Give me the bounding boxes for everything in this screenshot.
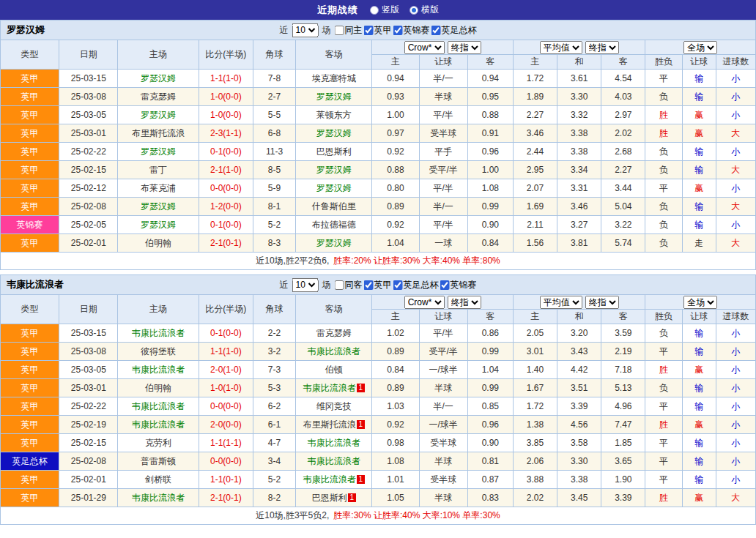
checkbox-input[interactable] (431, 26, 441, 35)
home-team-cell[interactable]: 布里斯托流浪 (118, 124, 199, 143)
layout-radio-option-1[interactable]: 横版 (410, 4, 439, 16)
team-link[interactable]: 罗瑟汉姆 (141, 73, 176, 83)
match-count-select[interactable]: 10 (292, 23, 319, 37)
home-team-cell[interactable]: 彼得堡联 (118, 343, 199, 361)
scope-select[interactable]: 全场 (683, 296, 717, 309)
filter-checkbox-0[interactable]: 同客 (335, 279, 363, 291)
team-link[interactable]: 罗瑟汉姆 (316, 128, 352, 138)
away-team-cell[interactable]: 雷克瑟姆 (296, 324, 372, 343)
team-link[interactable]: 罗瑟汉姆 (141, 110, 176, 120)
team-link[interactable]: 韦康比流浪者 (308, 456, 360, 466)
home-team-cell[interactable]: 罗瑟汉姆 (118, 216, 199, 234)
away-team-cell[interactable]: 莱顿东方 (296, 106, 372, 124)
team-link[interactable]: 彼得堡联 (141, 346, 176, 356)
away-team-cell[interactable]: 巴恩斯利 (296, 143, 372, 161)
odds-source-select[interactable]: Crow* (404, 296, 445, 309)
home-team-cell[interactable]: 雷克瑟姆 (118, 88, 199, 106)
away-team-cell[interactable]: 罗瑟汉姆 (296, 88, 372, 106)
home-team-cell[interactable]: 伯明翰 (118, 379, 199, 397)
checkbox-input[interactable] (440, 280, 450, 290)
team-link[interactable]: 维冈竞技 (316, 401, 352, 411)
radio-icon[interactable] (410, 6, 418, 15)
away-team-cell[interactable]: 罗瑟汉姆 (296, 124, 372, 143)
team-link[interactable]: 韦康比流浪者 (132, 493, 185, 503)
home-team-cell[interactable]: 罗瑟汉姆 (118, 106, 199, 124)
odds-type-select[interactable]: 终指 (448, 296, 481, 309)
team-link[interactable]: 韦康比流浪者 (303, 474, 356, 485)
team-link[interactable]: 埃克塞特城 (312, 73, 356, 83)
checkbox-input[interactable] (393, 280, 403, 290)
team-link[interactable]: 莱顿东方 (316, 110, 352, 120)
team-link[interactable]: 罗瑟汉姆 (141, 146, 176, 157)
filter-checkbox-1[interactable]: 英甲 (364, 24, 392, 37)
away-team-cell[interactable]: 罗瑟汉姆 (296, 161, 372, 179)
away-team-cell[interactable]: 韦康比流浪者1 (296, 379, 372, 397)
team-link[interactable]: 韦康比流浪者 (132, 365, 185, 375)
away-team-cell[interactable]: 罗瑟汉姆 (296, 179, 372, 198)
odds-source-select[interactable]: Crow* (404, 41, 445, 54)
team-link[interactable]: 罗瑟汉姆 (316, 238, 352, 248)
away-team-cell[interactable]: 布里斯托流浪1 (296, 416, 372, 434)
team-link[interactable]: 剑桥联 (145, 474, 171, 485)
euro-source-select[interactable]: 平均值 (540, 296, 582, 309)
filter-checkbox-0[interactable]: 同主 (335, 24, 363, 37)
team-link[interactable]: 雷克瑟姆 (141, 91, 176, 102)
away-team-cell[interactable]: 韦康比流浪者 (296, 343, 372, 361)
team-link[interactable]: 布里斯托流浪 (132, 128, 185, 138)
team-link[interactable]: 巴恩斯利 (312, 493, 347, 503)
home-team-cell[interactable]: 雷丁 (118, 161, 199, 179)
team-link[interactable]: 罗瑟汉姆 (316, 91, 352, 102)
layout-radio-option-0[interactable]: 竖版 (370, 4, 399, 16)
filter-checkbox-3[interactable]: 英足总杯 (431, 24, 477, 37)
team-link[interactable]: 罗瑟汉姆 (316, 165, 352, 175)
team-link[interactable]: 伯顿 (325, 365, 343, 375)
team-link[interactable]: 伯明翰 (145, 383, 171, 393)
home-team-cell[interactable]: 普雷斯顿 (118, 452, 199, 471)
team-link[interactable]: 韦康比流浪者 (303, 383, 356, 393)
checkbox-input[interactable] (393, 26, 403, 35)
away-team-cell[interactable]: 伯顿 (296, 361, 372, 379)
away-team-cell[interactable]: 什鲁斯伯里 (296, 198, 372, 216)
away-team-cell[interactable]: 维冈竞技 (296, 397, 372, 416)
checkbox-input[interactable] (364, 26, 374, 35)
away-team-cell[interactable]: 罗瑟汉姆 (296, 234, 372, 253)
home-team-cell[interactable]: 克劳利 (118, 434, 199, 452)
team-link[interactable]: 罗瑟汉姆 (141, 220, 176, 230)
team-link[interactable]: 罗瑟汉姆 (316, 183, 352, 193)
team-link[interactable]: 伯明翰 (145, 238, 171, 248)
match-count-select[interactable]: 10 (292, 278, 319, 292)
home-team-cell[interactable]: 伯明翰 (118, 234, 199, 253)
filter-checkbox-2[interactable]: 英足总杯 (393, 279, 439, 291)
team-link[interactable]: 雷丁 (149, 165, 167, 175)
team-link[interactable]: 巴恩斯利 (316, 146, 352, 157)
checkbox-input[interactable] (364, 280, 374, 290)
away-team-cell[interactable]: 布拉德福德 (296, 216, 372, 234)
home-team-cell[interactable]: 剑桥联 (118, 471, 199, 489)
team-link[interactable]: 韦康比流浪者 (132, 419, 185, 430)
home-team-cell[interactable]: 罗瑟汉姆 (118, 143, 199, 161)
home-team-cell[interactable]: 罗瑟汉姆 (118, 70, 199, 88)
home-team-cell[interactable]: 韦康比流浪者 (118, 416, 199, 434)
euro-type-select[interactable]: 终指 (585, 296, 619, 309)
team-link[interactable]: 韦康比流浪者 (132, 401, 185, 411)
home-team-cell[interactable]: 罗瑟汉姆 (118, 198, 199, 216)
odds-type-select[interactable]: 终指 (448, 41, 481, 54)
home-team-cell[interactable]: 布莱克浦 (118, 179, 199, 198)
checkbox-input[interactable] (335, 26, 344, 35)
away-team-cell[interactable]: 韦康比流浪者1 (296, 471, 372, 489)
checkbox-input[interactable] (335, 280, 344, 290)
team-link[interactable]: 韦康比流浪者 (132, 328, 185, 338)
away-team-cell[interactable]: 巴恩斯利1 (296, 489, 372, 507)
team-link[interactable]: 什鲁斯伯里 (312, 201, 356, 212)
radio-icon[interactable] (370, 6, 379, 15)
filter-checkbox-1[interactable]: 英甲 (364, 279, 392, 291)
filter-checkbox-3[interactable]: 英锦赛 (440, 279, 477, 291)
away-team-cell[interactable]: 韦康比流浪者 (296, 434, 372, 452)
team-link[interactable]: 布拉德福德 (312, 220, 356, 230)
away-team-cell[interactable]: 埃克塞特城 (296, 70, 372, 88)
filter-checkbox-2[interactable]: 英锦赛 (393, 24, 430, 37)
team-link[interactable]: 韦康比流浪者 (308, 438, 360, 448)
euro-type-select[interactable]: 终指 (585, 41, 619, 54)
team-link[interactable]: 布里斯托流浪 (303, 419, 356, 430)
team-link[interactable]: 布莱克浦 (141, 183, 176, 193)
